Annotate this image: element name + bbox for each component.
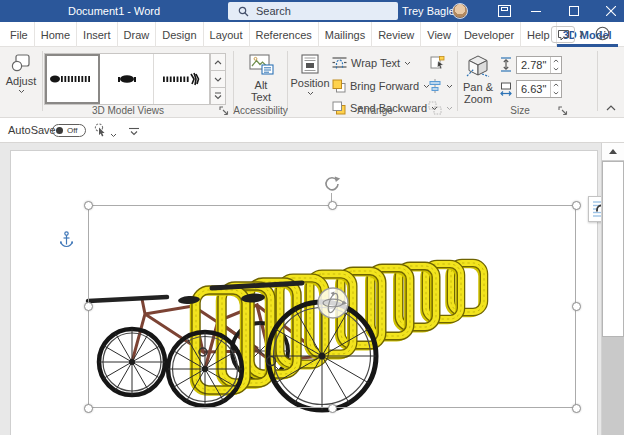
scrollbar-track[interactable]	[602, 337, 624, 435]
group-objects-button[interactable]	[428, 101, 453, 115]
user-avatar[interactable]	[452, 3, 468, 19]
alt-text-label: Alt Text	[247, 79, 275, 103]
width-step-down[interactable]	[551, 89, 561, 97]
search-box[interactable]: Search	[228, 2, 398, 20]
tab-mailings[interactable]: Mailings	[319, 22, 372, 47]
model-view-3-icon	[158, 59, 206, 99]
word-window: Document1 - Word Search Trey Bagley File…	[0, 0, 624, 435]
maximize-button[interactable]	[562, 0, 586, 22]
pan-zoom-button[interactable]: Pan & Zoom	[458, 54, 498, 105]
scrollbar-thumb[interactable]	[602, 161, 624, 337]
resize-handle-top-left[interactable]	[84, 201, 93, 210]
height-step-down[interactable]	[551, 65, 561, 73]
ribbon-tab-bar: File Home Insert Draw Design Layout Refe…	[0, 22, 624, 47]
maximize-icon	[569, 6, 579, 16]
scroll-up-icon	[609, 149, 617, 154]
resize-handle-bottom-left[interactable]	[84, 404, 93, 413]
collapse-comments-chevron[interactable]	[579, 30, 584, 38]
align-button[interactable]	[428, 79, 453, 93]
resize-handle-bottom-right[interactable]	[572, 404, 581, 413]
gallery-scroll-up-button[interactable]	[210, 53, 226, 71]
comment-icon	[557, 29, 570, 41]
gallery-scroll-down-button[interactable]	[210, 71, 226, 88]
gallery-more-button[interactable]	[210, 88, 226, 105]
tab-insert[interactable]: Insert	[77, 22, 118, 47]
tab-developer[interactable]: Developer	[458, 22, 521, 47]
rotate-handle[interactable]	[323, 175, 341, 197]
chevron-down-icon	[446, 84, 453, 89]
tab-file[interactable]: File	[4, 22, 35, 47]
height-step-up[interactable]	[551, 57, 561, 65]
autosave-label: AutoSave	[8, 118, 56, 143]
model-views-group-label: 3D Model Views	[44, 105, 212, 116]
tab-design[interactable]: Design	[156, 22, 203, 47]
position-button[interactable]: Position	[290, 54, 330, 96]
scroll-up-button[interactable]	[602, 143, 624, 161]
width-input[interactable]	[517, 81, 551, 97]
close-button[interactable]	[599, 0, 623, 22]
search-placeholder: Search	[256, 5, 291, 17]
search-icon	[238, 6, 249, 17]
alt-text-icon	[249, 54, 274, 76]
group-divider	[233, 51, 234, 111]
model-views-dialog-launcher[interactable]	[219, 106, 231, 118]
adjust-button[interactable]: Adjust	[2, 54, 40, 94]
group-divider	[597, 51, 598, 111]
arrange-group-label: Arrange	[330, 105, 420, 116]
height-icon	[499, 57, 513, 72]
minimize-button[interactable]	[524, 0, 548, 22]
document-workspace: 3D model: two bicycles parked in a yello…	[0, 143, 624, 435]
object-anchor[interactable]	[60, 231, 73, 252]
dialog-launcher-icon	[558, 106, 568, 116]
autosave-toggle[interactable]: Off	[52, 124, 86, 137]
chevron-down-icon	[553, 91, 559, 95]
tab-review[interactable]: Review	[372, 22, 421, 47]
chevron-down-icon	[110, 133, 117, 138]
tab-layout[interactable]: Layout	[204, 22, 250, 47]
size-dialog-launcher[interactable]	[558, 106, 570, 118]
group-divider	[42, 51, 43, 111]
model-view-thumbnail-2[interactable]	[100, 54, 155, 104]
bring-forward-button[interactable]: Bring Forward	[332, 79, 430, 93]
chevron-down-icon	[214, 77, 222, 82]
size-group-label: Size	[470, 105, 570, 116]
resize-handle-top-right[interactable]	[572, 201, 581, 210]
chevron-up-icon	[214, 60, 222, 65]
touch-mouse-mode-button[interactable]	[92, 122, 106, 140]
width-icon	[499, 82, 513, 96]
height-spinner	[516, 56, 562, 74]
group-objects-icon	[428, 101, 442, 115]
vertical-scrollbar	[601, 143, 624, 435]
tab-view[interactable]: View	[421, 22, 458, 47]
ribbon-display-options-icon	[498, 5, 511, 17]
resize-handle-middle-left[interactable]	[84, 302, 93, 311]
touch-mode-dropdown[interactable]	[110, 128, 117, 140]
resize-handle-middle-right[interactable]	[572, 302, 581, 311]
adjust-label: Adjust	[6, 75, 37, 87]
selection-pane-button[interactable]	[430, 56, 445, 70]
wrap-text-label: Wrap Text	[351, 57, 400, 69]
height-input[interactable]	[517, 57, 551, 73]
pan-zoom-label: Pan & Zoom	[458, 81, 498, 105]
tab-draw[interactable]: Draw	[118, 22, 157, 47]
alt-text-button[interactable]: Alt Text	[240, 54, 282, 103]
model-view-thumbnail-3[interactable]	[154, 54, 209, 104]
resize-handle-top-center[interactable]	[328, 201, 337, 210]
tab-home[interactable]: Home	[35, 22, 77, 47]
ribbon-display-options-button[interactable]	[492, 0, 516, 22]
resize-handle-bottom-center[interactable]	[328, 404, 337, 413]
width-spinner	[516, 80, 562, 98]
tab-references[interactable]: References	[250, 22, 319, 47]
model-view-thumbnail-1[interactable]	[45, 54, 100, 104]
model-view-1-icon	[48, 59, 96, 99]
customize-quick-access-button[interactable]	[128, 126, 140, 138]
collapse-ribbon-button[interactable]	[606, 101, 616, 113]
comments-button[interactable]	[551, 26, 575, 43]
width-step-up[interactable]	[551, 81, 561, 89]
wrap-text-button[interactable]: Wrap Text	[332, 56, 411, 70]
chevron-up-icon	[553, 59, 559, 63]
adjust-icon	[10, 54, 32, 72]
feedback-button[interactable]	[595, 26, 610, 41]
quick-access-toolbar: AutoSave Off	[0, 118, 624, 143]
selection-bounding-box	[88, 205, 576, 408]
